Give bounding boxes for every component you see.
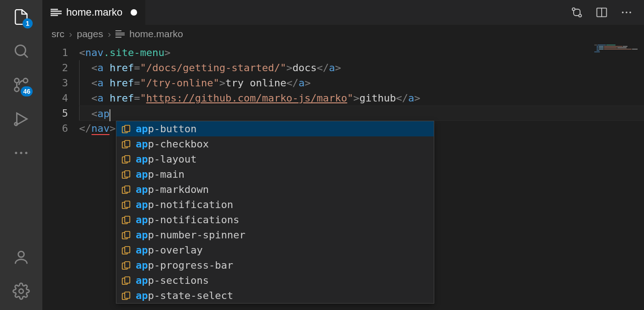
explorer-badge: 1 [23, 18, 33, 28]
svg-rect-28 [125, 186, 130, 192]
svg-point-10 [18, 251, 24, 257]
editor-group: home.marko src › pages › home.marko 1 2 … [42, 0, 644, 310]
line-number-gutter: 1 2 3 4 5 6 [42, 45, 79, 310]
editor-actions [570, 0, 644, 25]
split-editor-icon[interactable] [595, 6, 608, 19]
breadcrumbs[interactable]: src › pages › home.marko [42, 25, 644, 45]
svg-rect-30 [125, 201, 130, 207]
svg-point-11 [19, 289, 23, 293]
more-actions-icon[interactable] [620, 6, 633, 19]
editor-tab[interactable]: home.marko [42, 0, 146, 25]
svg-rect-42 [125, 292, 130, 298]
explorer-icon[interactable]: 1 [12, 7, 31, 27]
settings-gear-icon[interactable] [12, 282, 31, 301]
svg-point-6 [15, 123, 17, 125]
svg-rect-26 [125, 170, 130, 177]
svg-line-1 [24, 54, 28, 57]
breadcrumb-segment[interactable]: src [52, 28, 64, 39]
activity-bar: 1 46 [0, 0, 42, 310]
suggest-item[interactable]: app-button [116, 121, 434, 136]
account-icon[interactable] [12, 248, 31, 267]
suggest-item[interactable]: app-sections [116, 273, 434, 288]
minimap[interactable] [594, 45, 640, 63]
text-cursor [109, 109, 110, 121]
svg-rect-38 [125, 261, 130, 268]
scm-badge: 46 [21, 86, 33, 96]
suggest-item[interactable]: app-overlay [116, 242, 434, 258]
svg-point-8 [20, 152, 22, 154]
search-icon[interactable] [12, 41, 31, 61]
svg-point-18 [629, 11, 631, 13]
code-content[interactable]: <nav.site-menu> <a href="/docs/getting-s… [79, 45, 644, 310]
breadcrumb-segment[interactable]: home.marko [129, 28, 183, 39]
more-icon[interactable] [12, 143, 31, 163]
svg-point-2 [23, 79, 28, 83]
suggest-item[interactable]: app-markdown [116, 182, 434, 197]
svg-point-9 [25, 152, 28, 154]
svg-rect-20 [125, 125, 130, 131]
suggest-item[interactable]: app-progress-bar [116, 258, 434, 273]
svg-rect-22 [125, 140, 130, 147]
svg-rect-32 [125, 216, 130, 222]
svg-marker-5 [17, 113, 27, 124]
unsaved-indicator-icon [131, 9, 137, 16]
file-icon [115, 29, 125, 39]
source-control-icon[interactable]: 46 [12, 75, 31, 95]
suggest-item[interactable]: app-main [116, 167, 434, 182]
compare-changes-icon[interactable] [570, 6, 583, 19]
suggest-item[interactable]: app-layout [116, 152, 434, 167]
intellisense-suggest-widget[interactable]: app-buttonapp-checkboxapp-layoutapp-main… [116, 121, 434, 304]
suggest-item[interactable]: app-notification [116, 197, 434, 212]
suggest-item[interactable]: app-checkbox [116, 136, 434, 152]
file-icon [51, 7, 62, 18]
suggest-item[interactable]: app-number-spinner [116, 227, 434, 242]
tab-filename: home.marko [66, 6, 122, 18]
svg-point-13 [579, 14, 581, 17]
tab-bar: home.marko [42, 0, 644, 25]
svg-point-16 [622, 11, 624, 13]
svg-rect-34 [125, 231, 130, 237]
breadcrumb-segment[interactable]: pages [77, 28, 103, 39]
chevron-right-icon: › [108, 28, 111, 39]
svg-rect-40 [125, 276, 130, 283]
code-editor[interactable]: 1 2 3 4 5 6 <nav.site-menu> <a href="/do… [42, 45, 644, 310]
svg-rect-24 [125, 155, 130, 162]
svg-point-7 [15, 152, 17, 154]
svg-point-3 [15, 87, 19, 92]
chevron-right-icon: › [69, 28, 72, 39]
svg-point-0 [15, 45, 25, 55]
suggest-item[interactable]: app-notifications [116, 212, 434, 227]
svg-point-12 [572, 8, 575, 11]
suggest-item[interactable]: app-state-select [116, 288, 434, 303]
svg-point-17 [626, 11, 627, 13]
svg-rect-36 [125, 246, 130, 253]
svg-point-4 [15, 79, 19, 83]
run-debug-icon[interactable] [12, 109, 31, 129]
